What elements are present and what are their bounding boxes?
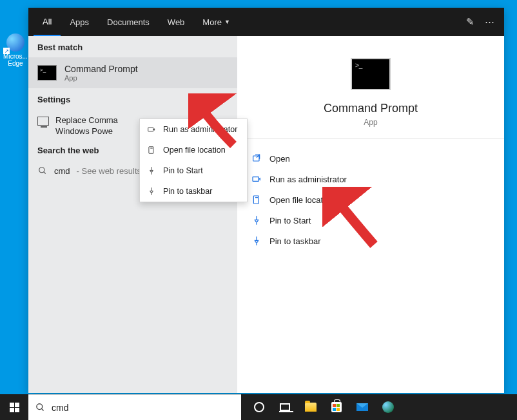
ctx-open-file-location[interactable]: Open file location bbox=[140, 140, 247, 160]
desktop-shortcut-edge[interactable]: ↗ Micros... Edge bbox=[2, 33, 29, 67]
pin-icon bbox=[146, 166, 157, 176]
command-prompt-icon bbox=[37, 65, 57, 81]
svg-rect-6 bbox=[253, 177, 258, 182]
action-label: Open file location bbox=[269, 195, 334, 205]
microsoft-store-icon[interactable] bbox=[330, 401, 343, 414]
tab-web[interactable]: Web bbox=[159, 8, 194, 36]
pin-icon bbox=[251, 236, 262, 246]
ctx-label: Open file location bbox=[163, 146, 226, 155]
settings-header: Settings bbox=[28, 88, 237, 110]
details-subtitle: App bbox=[249, 118, 493, 127]
action-label: Run as administrator bbox=[269, 175, 347, 184]
result-command-prompt[interactable]: Command Prompt App bbox=[28, 57, 237, 88]
action-run-as-administrator[interactable]: Run as administrator bbox=[249, 169, 493, 189]
action-label: Pin to Start bbox=[269, 216, 311, 225]
ctx-pin-to-taskbar[interactable]: Pin to taskbar bbox=[140, 181, 247, 202]
feedback-icon[interactable]: ✎ bbox=[460, 16, 480, 28]
shortcut-arrow-icon: ↗ bbox=[3, 48, 10, 54]
search-icon bbox=[37, 166, 48, 176]
ctx-pin-to-start[interactable]: Pin to Start bbox=[140, 160, 247, 181]
action-pin-to-start[interactable]: Pin to Start bbox=[249, 210, 493, 231]
ctx-run-as-administrator[interactable]: Run as administrator bbox=[140, 119, 247, 140]
svg-point-11 bbox=[36, 404, 42, 410]
desktop-shortcut-label: Micros... Edge bbox=[2, 53, 29, 67]
tab-all[interactable]: All bbox=[34, 8, 61, 36]
svg-rect-2 bbox=[148, 128, 153, 131]
search-input-value: cmd bbox=[52, 403, 68, 413]
results-left-column: Best match Command Prompt App Settings R… bbox=[28, 36, 237, 393]
action-label: Pin to taskbar bbox=[269, 236, 321, 246]
edge-icon[interactable] bbox=[382, 401, 395, 414]
action-pin-to-taskbar[interactable]: Pin to taskbar bbox=[249, 231, 493, 251]
tab-more[interactable]: More ▼ bbox=[193, 8, 239, 36]
shield-icon bbox=[146, 124, 157, 135]
svg-line-12 bbox=[41, 408, 43, 410]
settings-result-label: Replace Comma Windows Powe bbox=[55, 115, 118, 137]
ctx-label: Pin to taskbar bbox=[163, 187, 212, 196]
svg-rect-5 bbox=[253, 156, 259, 161]
best-match-header: Best match bbox=[28, 36, 237, 57]
details-title: Command Prompt bbox=[249, 102, 493, 115]
command-prompt-icon bbox=[351, 58, 391, 90]
action-open-file-location[interactable]: Open file location bbox=[249, 189, 493, 210]
start-button[interactable] bbox=[0, 394, 28, 420]
svg-line-1 bbox=[44, 172, 46, 174]
tab-apps[interactable]: Apps bbox=[61, 8, 98, 36]
svg-rect-7 bbox=[253, 196, 258, 204]
more-options-icon[interactable]: ⋯ bbox=[480, 16, 499, 28]
task-view-icon[interactable] bbox=[278, 401, 291, 414]
file-explorer-icon[interactable] bbox=[304, 401, 317, 414]
svg-rect-3 bbox=[149, 147, 153, 154]
taskbar-search-input[interactable]: cmd bbox=[28, 394, 241, 420]
result-title: Command Prompt bbox=[64, 64, 138, 74]
web-query-text: cmd bbox=[54, 166, 70, 176]
folder-open-icon bbox=[251, 195, 262, 205]
divider bbox=[237, 138, 504, 139]
tab-more-label: More bbox=[202, 17, 222, 27]
search-icon bbox=[35, 403, 45, 413]
result-subtitle: App bbox=[64, 74, 138, 82]
ctx-label: Pin to Start bbox=[163, 166, 203, 175]
taskbar: cmd bbox=[0, 394, 517, 420]
context-menu: Run as administrator Open file location … bbox=[139, 119, 248, 202]
ctx-label: Run as administrator bbox=[163, 125, 237, 134]
svg-point-0 bbox=[39, 167, 44, 173]
monitor-icon bbox=[37, 117, 49, 126]
mail-icon[interactable] bbox=[356, 401, 369, 414]
chevron-down-icon: ▼ bbox=[224, 19, 230, 25]
pin-icon bbox=[146, 186, 157, 196]
open-icon bbox=[251, 153, 262, 164]
action-label: Open bbox=[269, 154, 290, 164]
shield-icon bbox=[251, 174, 262, 184]
folder-open-icon bbox=[146, 145, 157, 155]
start-search-panel: All Apps Documents Web More ▼ ✎ ⋯ Best m… bbox=[28, 8, 504, 393]
cortana-icon[interactable] bbox=[253, 401, 266, 414]
tab-documents[interactable]: Documents bbox=[98, 8, 159, 36]
windows-logo-icon bbox=[10, 403, 19, 412]
action-open[interactable]: Open bbox=[249, 148, 493, 169]
pin-icon bbox=[251, 215, 262, 225]
web-hint-text: - See web results bbox=[77, 166, 141, 176]
result-details-pane: Command Prompt App Open Run as administr… bbox=[237, 36, 504, 393]
search-filter-tabs: All Apps Documents Web More ▼ ✎ ⋯ bbox=[28, 8, 504, 36]
